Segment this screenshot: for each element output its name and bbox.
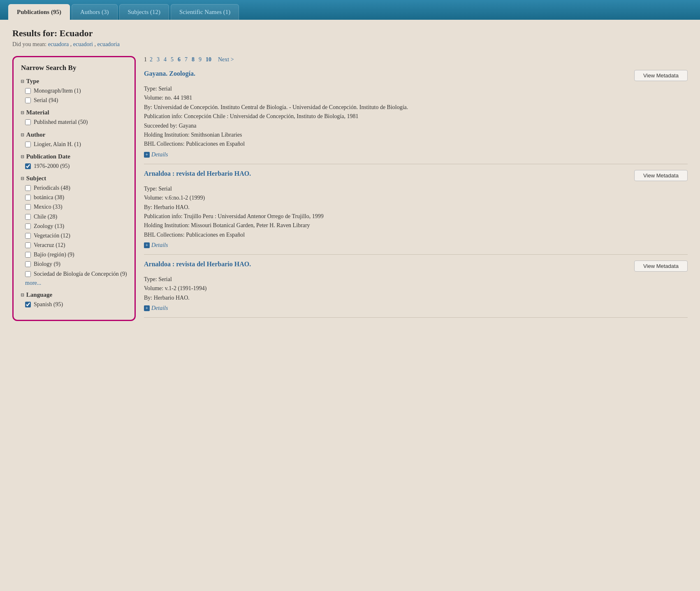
- checkbox-monograph[interactable]: [25, 88, 31, 94]
- filter-item-chile: Chile (28): [25, 213, 127, 221]
- page-3[interactable]: 3: [155, 56, 161, 63]
- results-panel: 1 2 3 4 5 6 7 8 9 10 Next > Gayana. Zool…: [144, 56, 688, 323]
- tab-subjects[interactable]: Subjects (12): [119, 4, 169, 20]
- filter-language-heading[interactable]: ⊟ Language: [21, 291, 127, 298]
- page-4[interactable]: 4: [162, 56, 168, 63]
- suggestion-1[interactable]: ecuadora: [48, 41, 69, 47]
- label-monograph[interactable]: Monograph/Item (1): [34, 87, 81, 95]
- result-3-details-link[interactable]: + Details: [144, 305, 168, 312]
- page-7[interactable]: 7: [183, 56, 189, 63]
- checkbox-zoology[interactable]: [25, 223, 31, 229]
- checkbox-bajio[interactable]: [25, 252, 31, 258]
- result-1-details-label: Details: [151, 151, 168, 158]
- checkbox-veracruz[interactable]: [25, 242, 31, 248]
- plus-icon-2: +: [144, 242, 150, 248]
- result-2-meta-by: By: Herbario HAO.: [144, 203, 688, 212]
- result-3-view-metadata-btn[interactable]: View Metadata: [634, 261, 688, 272]
- filter-item-vegetacion: Vegetación (12): [25, 232, 127, 240]
- result-3-details-label: Details: [151, 305, 168, 312]
- result-2-meta-pubinfo: Publication info: Trujillo Peru : Univer…: [144, 212, 688, 221]
- label-published-material[interactable]: Published material (50): [34, 119, 88, 126]
- label-botanica[interactable]: botánica (38): [34, 194, 64, 201]
- label-mexico[interactable]: Mexico (33): [34, 203, 63, 211]
- filter-type-heading[interactable]: ⊟ Type: [21, 78, 127, 85]
- tab-scientific-names[interactable]: Scientific Names (1): [171, 4, 239, 20]
- page-8[interactable]: 8: [190, 56, 196, 63]
- result-1-meta-volume: Volume: no. 44 1981: [144, 93, 688, 102]
- result-2-meta-volume: Volume: v.6:no.1-2 (1999): [144, 193, 688, 202]
- label-vegetacion[interactable]: Vegetación (12): [34, 232, 70, 240]
- filter-material-heading[interactable]: ⊟ Material: [21, 109, 127, 116]
- checkbox-mexico[interactable]: [25, 204, 31, 210]
- filter-subject-items: Periodicals (48) botánica (38) Mexico (3…: [21, 184, 127, 278]
- result-3-meta-volume: Volume: v.1-2 (1991-1994): [144, 284, 688, 293]
- result-1-view-metadata-btn[interactable]: View Metadata: [634, 70, 688, 81]
- filter-author-heading[interactable]: ⊟ Author: [21, 131, 127, 138]
- result-item-3: Arnaldoa : revista del Herbario HAO. Vie…: [144, 261, 688, 318]
- filter-publication-date: ⊟ Publication Date 1976-2000 (95): [21, 153, 127, 170]
- checkbox-published-material[interactable]: [25, 119, 31, 125]
- filter-material: ⊟ Material Published material (50): [21, 109, 127, 126]
- result-2-view-metadata-btn[interactable]: View Metadata: [634, 170, 688, 181]
- label-chile[interactable]: Chile (28): [34, 213, 57, 221]
- page-2[interactable]: 2: [148, 56, 154, 63]
- plus-icon-3: +: [144, 305, 150, 311]
- tab-publications[interactable]: Publications (95): [8, 4, 70, 20]
- result-2-title[interactable]: Arnaldoa : revista del Herbario HAO.: [144, 170, 251, 177]
- label-periodicals[interactable]: Periodicals (48): [34, 184, 70, 192]
- label-biology[interactable]: Biology (9): [34, 261, 60, 268]
- filter-item-biology: Biology (9): [25, 261, 127, 268]
- collapse-subject-icon: ⊟: [21, 175, 24, 181]
- checkbox-periodicals[interactable]: [25, 185, 31, 191]
- label-veracruz[interactable]: Veracruz (12): [34, 242, 65, 249]
- label-zoology[interactable]: Zoology (13): [34, 223, 64, 230]
- checkbox-spanish[interactable]: [25, 302, 31, 307]
- filter-subject-heading[interactable]: ⊟ Subject: [21, 175, 127, 182]
- label-serial[interactable]: Serial (94): [34, 97, 58, 104]
- result-1-title[interactable]: Gayana. Zoología.: [144, 70, 195, 77]
- checkbox-serial[interactable]: [25, 98, 31, 103]
- suggestion-3[interactable]: ecuadoria: [97, 41, 119, 47]
- filter-type: ⊟ Type Monograph/Item (1) Serial (94): [21, 78, 127, 104]
- label-spanish[interactable]: Spanish (95): [34, 301, 63, 308]
- pagination: 1 2 3 4 5 6 7 8 9 10 Next >: [144, 56, 688, 63]
- result-3-title[interactable]: Arnaldoa : revista del Herbario HAO.: [144, 261, 251, 268]
- filter-publication-date-heading[interactable]: ⊟ Publication Date: [21, 153, 127, 160]
- result-3-meta-by: By: Herbario HAO.: [144, 293, 688, 302]
- plus-icon-1: +: [144, 152, 150, 158]
- collapse-type-icon: ⊟: [21, 78, 24, 84]
- checkbox-sociedad[interactable]: [25, 271, 31, 277]
- result-1-details-link[interactable]: + Details: [144, 151, 168, 158]
- label-bajio[interactable]: Bajío (región) (9): [34, 251, 74, 258]
- result-item-1: Gayana. Zoología. View Metadata Type: Se…: [144, 70, 688, 164]
- main-content: Results for: Ecuador Did you mean: ecuad…: [0, 20, 700, 332]
- result-2-details-link[interactable]: + Details: [144, 242, 168, 249]
- filter-item-zoology: Zoology (13): [25, 223, 127, 230]
- result-2-details-label: Details: [151, 242, 168, 249]
- checkbox-botanica[interactable]: [25, 195, 31, 200]
- result-2-meta-type: Type: Serial: [144, 184, 688, 193]
- page-10[interactable]: 10: [204, 56, 213, 63]
- result-1-meta: Type: Serial Volume: no. 44 1981 By: Uni…: [144, 84, 688, 149]
- label-sociedad[interactable]: Sociedad de Biología de Concepción (9): [34, 270, 127, 278]
- filter-language: ⊟ Language Spanish (95): [21, 291, 127, 308]
- checkbox-vegetacion[interactable]: [25, 233, 31, 239]
- suggestion-2[interactable]: ecuadori: [73, 41, 93, 47]
- checkbox-1976-2000[interactable]: [25, 163, 31, 169]
- checkbox-chile[interactable]: [25, 214, 31, 220]
- tab-authors[interactable]: Authors (3): [72, 4, 118, 20]
- label-1976-2000[interactable]: 1976-2000 (95): [34, 163, 70, 170]
- checkbox-liogier[interactable]: [25, 142, 31, 147]
- label-liogier[interactable]: Liogier, Alain H. (1): [34, 141, 81, 148]
- page-5[interactable]: 5: [169, 56, 175, 63]
- result-1-meta-type: Type: Serial: [144, 84, 688, 93]
- next-page-link[interactable]: Next >: [217, 56, 235, 63]
- subject-more-link[interactable]: more...: [21, 280, 127, 286]
- page-9[interactable]: 9: [197, 56, 203, 63]
- page-1: 1: [144, 56, 147, 63]
- page-6[interactable]: 6: [176, 56, 182, 63]
- sidebar-title: Narrow Search By: [21, 64, 127, 72]
- filter-subject-label: Subject: [26, 175, 46, 182]
- checkbox-biology[interactable]: [25, 261, 31, 267]
- filter-item-mexico: Mexico (33): [25, 203, 127, 211]
